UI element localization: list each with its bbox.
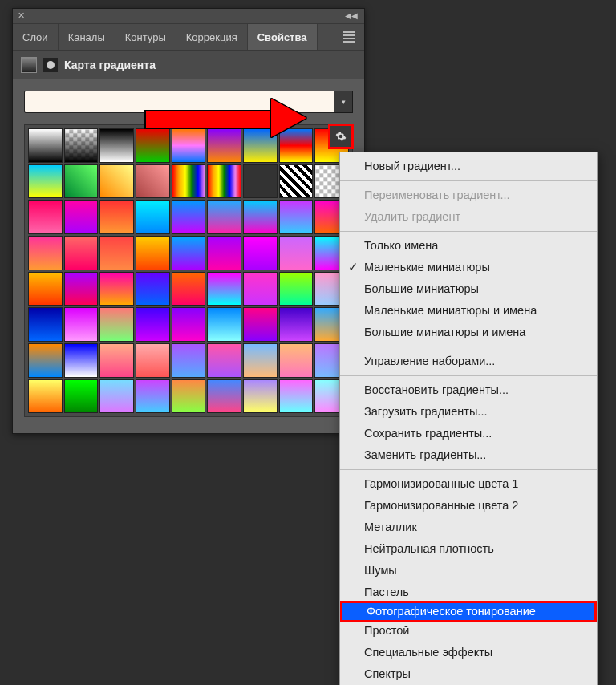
- gradient-swatch[interactable]: [207, 236, 241, 270]
- menu-large-thumb[interactable]: Большие миниатюры: [340, 278, 597, 300]
- gradient-swatch[interactable]: [279, 128, 314, 163]
- menu-large-list[interactable]: Большие миниатюры и имена: [340, 322, 597, 343]
- gradient-swatch[interactable]: [64, 200, 99, 234]
- gradient-swatch[interactable]: [136, 307, 170, 342]
- gradient-swatch[interactable]: [136, 343, 170, 378]
- gradient-swatch[interactable]: [28, 379, 63, 414]
- tab-properties[interactable]: Свойства: [248, 24, 318, 50]
- tab-layers[interactable]: Слои: [13, 24, 59, 50]
- menu-reset[interactable]: Восстановить градиенты...: [340, 379, 597, 401]
- gradient-swatch[interactable]: [99, 236, 134, 270]
- gradient-swatch[interactable]: [243, 379, 278, 414]
- gradient-swatch[interactable]: [172, 307, 206, 342]
- menu-save[interactable]: Сохранить градиенты...: [340, 423, 597, 444]
- gradient-swatch[interactable]: [136, 200, 170, 234]
- menu-spectrums[interactable]: Спектры: [340, 663, 597, 685]
- gradient-swatch[interactable]: [172, 379, 206, 414]
- gradient-swatch[interactable]: [28, 307, 63, 342]
- gradient-swatch[interactable]: [99, 272, 134, 306]
- gradient-swatch[interactable]: [28, 200, 63, 234]
- gradient-swatch[interactable]: [28, 164, 63, 199]
- menu-load[interactable]: Загрузить градиенты...: [340, 401, 597, 423]
- gradient-swatch[interactable]: [99, 379, 134, 414]
- gradient-swatch[interactable]: [279, 236, 314, 270]
- menu-special-fx[interactable]: Специальные эффекты: [340, 642, 597, 663]
- panel-menu-icon[interactable]: [334, 24, 364, 50]
- gradient-swatch[interactable]: [243, 272, 278, 306]
- tab-channels[interactable]: Каналы: [59, 24, 116, 50]
- gradient-swatch[interactable]: [207, 343, 241, 378]
- gradient-swatch[interactable]: [28, 343, 63, 378]
- menu-harmonized1[interactable]: Гармонизированные цвета 1: [340, 473, 597, 495]
- menu-small-list[interactable]: Маленькие миниатюры и имена: [340, 300, 597, 322]
- gradient-swatch[interactable]: [28, 128, 63, 163]
- gradient-swatch[interactable]: [64, 236, 99, 270]
- menu-text-only[interactable]: Только имена: [340, 235, 597, 257]
- panel-body: ▾: [13, 79, 364, 433]
- menu-photo-toning[interactable]: Фотографическое тонирование: [340, 601, 597, 622]
- gradient-swatch[interactable]: [136, 236, 170, 270]
- close-icon[interactable]: ✕: [18, 10, 25, 21]
- tab-correction[interactable]: Коррекция: [176, 24, 248, 50]
- gradient-presets: [24, 124, 353, 417]
- gradient-swatch[interactable]: [243, 307, 278, 342]
- menu-noise[interactable]: Шумы: [340, 560, 597, 582]
- menu-harmonized2[interactable]: Гармонизированные цвета 2: [340, 495, 597, 517]
- gradient-swatch[interactable]: [207, 272, 241, 306]
- gradient-swatch[interactable]: [64, 307, 99, 342]
- gradient-swatch[interactable]: [99, 200, 134, 234]
- gradient-swatch[interactable]: [136, 379, 170, 414]
- gradient-swatch[interactable]: [136, 128, 170, 163]
- gradient-swatch[interactable]: [279, 307, 314, 342]
- gradient-swatch[interactable]: [64, 379, 99, 414]
- gradient-swatch[interactable]: [243, 343, 278, 378]
- gradient-swatch[interactable]: [279, 379, 314, 414]
- gradient-swatch[interactable]: [136, 272, 170, 306]
- gradient-swatch[interactable]: [172, 128, 206, 163]
- collapse-icon[interactable]: ◀◀: [345, 11, 358, 20]
- gradient-swatch[interactable]: [99, 307, 134, 342]
- menu-small-thumb[interactable]: Маленькие миниатюры: [340, 257, 597, 278]
- gradient-swatch[interactable]: [172, 236, 206, 270]
- menu-pastel[interactable]: Пастель: [340, 582, 597, 603]
- gradient-swatch[interactable]: [172, 272, 206, 306]
- gradient-swatch[interactable]: [207, 200, 241, 234]
- gradient-swatch[interactable]: [279, 200, 314, 234]
- gradient-dropdown-icon[interactable]: ▾: [334, 91, 353, 113]
- gradient-swatch[interactable]: [172, 200, 206, 234]
- menu-replace[interactable]: Заменить градиенты...: [340, 444, 597, 466]
- gradient-swatch[interactable]: [99, 164, 134, 199]
- gradient-swatch[interactable]: [28, 236, 63, 270]
- gradient-swatch[interactable]: [64, 128, 99, 163]
- gradient-swatch[interactable]: [243, 164, 278, 199]
- gradient-swatch[interactable]: [243, 236, 278, 270]
- menu-new-gradient[interactable]: Новый градиент...: [340, 156, 597, 177]
- menu-preset-manager[interactable]: Управление наборами...: [340, 351, 597, 372]
- menu-neutral-density[interactable]: Нейтральная плотность: [340, 538, 597, 560]
- gradient-swatch[interactable]: [243, 200, 278, 234]
- gradient-swatch[interactable]: [207, 164, 241, 199]
- gradient-swatch[interactable]: [136, 164, 170, 199]
- tab-paths[interactable]: Контуры: [116, 24, 176, 50]
- gradient-swatch[interactable]: [99, 343, 134, 378]
- gradient-swatch[interactable]: [279, 272, 314, 306]
- menu-simple[interactable]: Простой: [340, 620, 597, 642]
- gradient-swatch[interactable]: [207, 307, 241, 342]
- gradient-swatch[interactable]: [172, 164, 206, 199]
- gear-icon[interactable]: [328, 124, 354, 149]
- gradient-swatch[interactable]: [64, 272, 99, 306]
- gradient-swatch[interactable]: [64, 343, 99, 378]
- gradient-swatch[interactable]: [207, 379, 241, 414]
- gradient-swatch[interactable]: [279, 164, 314, 199]
- gradient-swatch[interactable]: [172, 343, 206, 378]
- menu-rename-gradient: Переименовать градиент...: [340, 184, 597, 206]
- gradient-swatch[interactable]: [279, 343, 314, 378]
- gradient-map-icon: [21, 57, 37, 73]
- gradient-preview[interactable]: [24, 91, 334, 113]
- gradient-swatch[interactable]: [28, 272, 63, 306]
- gradient-swatch[interactable]: [64, 164, 99, 199]
- gradient-swatch[interactable]: [207, 128, 241, 163]
- menu-metallic[interactable]: Металлик: [340, 517, 597, 538]
- gradient-swatch[interactable]: [99, 128, 134, 163]
- gradient-swatch[interactable]: [243, 128, 278, 163]
